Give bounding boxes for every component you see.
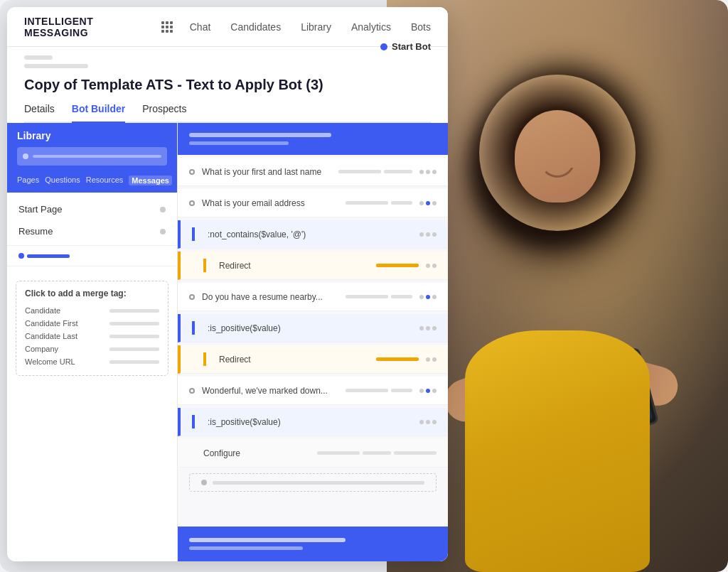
flow-pill — [346, 389, 388, 392]
bot-footer-bar — [178, 527, 448, 561]
blue-bar — [192, 227, 195, 241]
flow-item-3[interactable]: :not_contains($value, '@') — [178, 220, 448, 249]
flow-pill — [391, 389, 412, 392]
flow-text-7: Redirect — [219, 355, 369, 365]
tab-bot-builder[interactable]: Bot Builder — [72, 103, 125, 123]
footer-line-1 — [189, 538, 346, 542]
lib-item-label: Start Page — [18, 204, 62, 215]
flow-pills — [376, 264, 419, 267]
merge-tag-url: Welcome URL — [25, 357, 75, 366]
lib-item-label: Resume — [18, 226, 53, 237]
library-header: Library — [7, 123, 177, 171]
start-bot-label: Start Bot — [392, 41, 431, 52]
flow-circle — [189, 294, 195, 300]
flow-pill — [338, 170, 381, 173]
lib-nav-pages[interactable]: Pages — [17, 176, 39, 185]
flow-item-configure[interactable]: Configure — [178, 439, 448, 468]
lib-divider — [7, 245, 177, 246]
header-line-1 — [189, 133, 331, 137]
tab-details[interactable]: Details — [24, 103, 55, 123]
nav-candidates[interactable]: Candidates — [230, 21, 281, 33]
flow-pills — [346, 389, 412, 392]
flow-item-1[interactable]: What is your first and last name — [178, 158, 448, 186]
lib-item-start-page[interactable]: Start Page — [7, 198, 177, 220]
tab-prospects[interactable]: Prospects — [142, 103, 186, 123]
flow-pill — [363, 451, 391, 455]
library-nav: Pages Questions Resources Messages — [7, 171, 177, 193]
merge-tag-bar — [109, 309, 159, 313]
flow-circle — [189, 200, 195, 206]
tabs: Details Bot Builder Prospects — [24, 103, 431, 123]
flow-item-5[interactable]: Do you have a resume nearby... — [178, 283, 448, 311]
flow-item-9[interactable]: :is_positive($value) — [178, 408, 448, 436]
person-figure — [422, 60, 692, 572]
flow-dots — [419, 295, 437, 299]
nav-bots[interactable]: Bots — [411, 21, 431, 33]
merge-tag-title: Click to add a merge tag: — [25, 288, 159, 298]
subheader: Start Bot Copy of Template ATS - Text to… — [7, 47, 448, 123]
flow-item-6[interactable]: :is_positive($value) — [178, 314, 448, 342]
flow-text-configure: Configure — [203, 448, 310, 458]
nav-chat[interactable]: Chat — [190, 21, 211, 33]
flow-pills — [346, 295, 412, 298]
lib-divider-2 — [7, 266, 177, 266]
merge-tag-row-url[interactable]: Welcome URL — [25, 355, 159, 368]
flow-pill — [346, 201, 388, 205]
breadcrumb-line-1 — [24, 55, 53, 60]
merge-tag-row-last[interactable]: Candidate Last — [25, 330, 159, 342]
flow-add-row[interactable] — [189, 473, 437, 492]
yellow-bar — [203, 352, 206, 366]
lib-item-dot — [160, 207, 166, 212]
lib-item-resume[interactable]: Resume — [7, 220, 177, 242]
scroll-dot — [18, 253, 24, 259]
library-title: Library — [17, 130, 50, 141]
flow-item-4[interactable]: Redirect — [178, 252, 448, 280]
flow-item-8[interactable]: Wonderful, we've marked down... — [178, 377, 448, 405]
flow-circle — [189, 169, 195, 175]
flow-item-2[interactable]: What is your email address — [178, 189, 448, 217]
start-bot-badge[interactable]: Start Bot — [380, 41, 431, 52]
search-bar — [33, 155, 161, 158]
flow-dots — [419, 326, 437, 330]
footer-line-2 — [189, 546, 303, 550]
flow-pills — [346, 201, 412, 205]
grid-icon[interactable] — [161, 21, 173, 33]
lib-nav-resources[interactable]: Resources — [86, 176, 124, 185]
blue-bar — [192, 415, 195, 428]
breadcrumb-line-2 — [24, 64, 88, 68]
merge-tag-bar — [109, 322, 159, 325]
status-dot — [380, 43, 387, 50]
flow-dots — [426, 264, 437, 268]
merge-tag-box: Click to add a merge tag: Candidate Cand… — [16, 281, 168, 376]
nav-library[interactable]: Library — [301, 21, 331, 33]
flow-text-9: :is_positive($value) — [208, 417, 412, 427]
brand-name: INTELLIGENT MESSAGING — [24, 16, 153, 38]
yellow-bar — [203, 259, 206, 272]
bot-header-bar — [178, 123, 448, 155]
flow-dots — [426, 357, 437, 362]
nav-analytics[interactable]: Analytics — [351, 21, 391, 33]
flow-pill — [346, 295, 388, 298]
lib-nav-questions[interactable]: Questions — [45, 176, 80, 185]
merge-tag-row-candidate[interactable]: Candidate — [25, 304, 159, 317]
flow-pills — [317, 451, 437, 455]
flow-dots — [419, 170, 437, 174]
merge-tag-row-first[interactable]: Candidate First — [25, 317, 159, 330]
flow-text-2: What is your email address — [202, 198, 338, 208]
lib-nav-messages[interactable]: Messages — [129, 176, 172, 185]
flow-pill-yellow — [376, 357, 419, 361]
flow-item-7[interactable]: Redirect — [178, 345, 448, 374]
flow-text-3: :not_contains($value, '@') — [208, 230, 412, 239]
flow-dots — [419, 389, 437, 393]
library-panel: Library Pages Questions Resources Messag… — [7, 123, 178, 561]
flow-dots — [419, 232, 437, 237]
flow-pills — [376, 357, 419, 361]
flow-text-6: :is_positive($value) — [208, 323, 412, 333]
person-head — [500, 89, 614, 217]
bot-builder-panel: What is your first and last name What is… — [178, 123, 448, 561]
merge-tag-row-company[interactable]: Company — [25, 342, 159, 355]
content-area: Library Pages Questions Resources Messag… — [7, 123, 448, 561]
flow-text-8: Wonderful, we've marked down... — [202, 386, 338, 396]
search-icon — [23, 153, 28, 159]
library-search[interactable] — [17, 147, 167, 166]
